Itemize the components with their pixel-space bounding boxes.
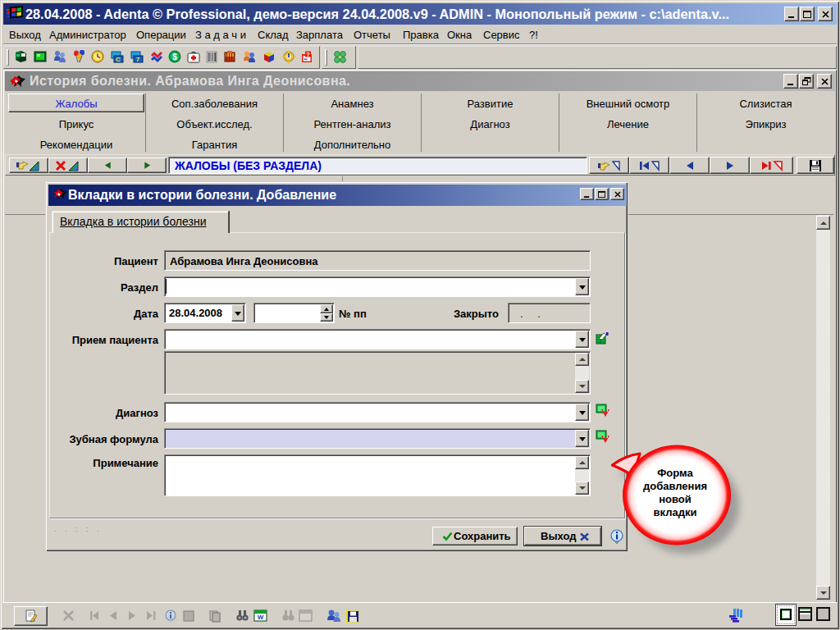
svg-text:?: ? [306,52,309,57]
svg-text:7: 7 [136,56,140,63]
svg-text:$: $ [172,52,177,62]
svg-text:добавления: добавления [643,480,707,492]
svg-text:новой: новой [659,493,692,505]
svg-text:W: W [258,614,264,621]
svg-text:Форма: Форма [657,467,693,479]
svg-text:C: C [116,56,121,63]
svg-text:вкладки: вкладки [654,506,697,518]
